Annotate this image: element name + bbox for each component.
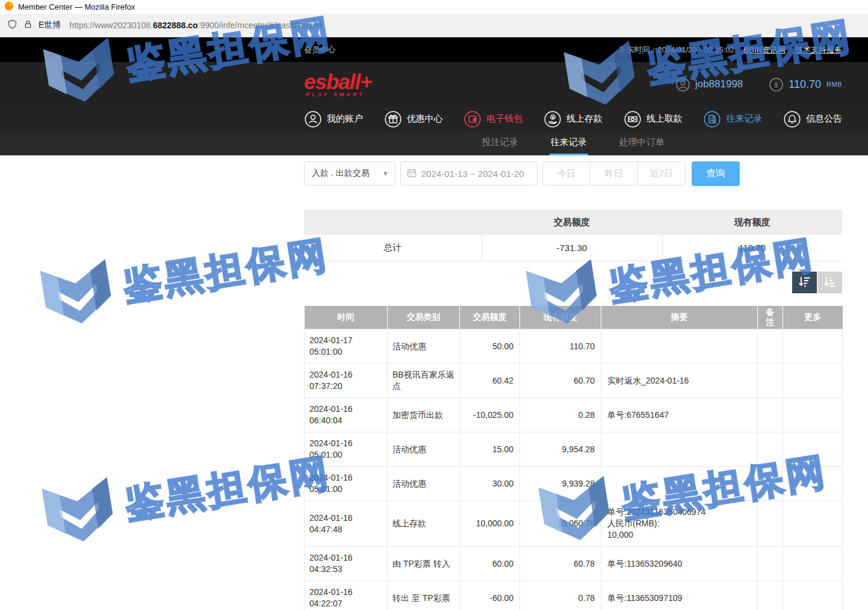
date-range-input[interactable]: 2024-01-13 ~ 2024-01-20 [400, 161, 538, 185]
cell-summary [601, 329, 758, 364]
deposit-icon [544, 110, 562, 128]
gift-icon [384, 110, 402, 128]
cell-type: 活动优惠 [388, 329, 460, 364]
nav-item-promo-center[interactable]: 优惠中心 [384, 110, 443, 128]
query-button[interactable]: 查询 [692, 161, 740, 186]
cell-amount: 15.00 [460, 432, 520, 467]
nav-item-deposit[interactable]: 线上存款 [544, 110, 603, 128]
cell-note [758, 364, 783, 398]
sort-descending-icon [798, 275, 811, 290]
cell-balance: 10,060.78 [520, 501, 601, 547]
cell-more [783, 329, 843, 364]
user-icon [304, 110, 322, 128]
records-table-body: 2024-01-17 05:01:00活动优惠50.00110.702024-0… [305, 329, 843, 610]
date-range-value: 2024-01-13 ~ 2024-01-20 [421, 169, 524, 179]
cell-summary: 单号:676551647 [601, 398, 758, 432]
calendar-icon [407, 168, 417, 179]
url-text[interactable]: https://www20230108.6822888.co:9900/infe… [69, 20, 322, 30]
sort-ascending-button[interactable] [817, 272, 842, 293]
nav-item-my-account[interactable]: 我的账户 [304, 110, 363, 128]
quick-date-group: 今日昨日近7日 [542, 161, 686, 185]
table-row: 2024-01-16 04:47:48线上存款10,000.0010,060.7… [305, 501, 843, 547]
cell-type: 由 TP彩票 转入 [388, 547, 460, 581]
table-row: 2024-01-17 05:01:00活动优惠50.00110.70 [305, 329, 843, 364]
tab-pending-order[interactable]: 处理中订单 [618, 131, 666, 155]
cell-note [758, 467, 783, 501]
sort-descending-button[interactable] [792, 272, 817, 293]
bbin-news-link[interactable]: BBIN资讯网 [744, 45, 786, 55]
cell-amount: -60.00 [460, 581, 520, 610]
browser-urlbar[interactable]: E世博 https://www20230108.6822888.co:9900/… [0, 14, 868, 37]
cell-time: 2024-01-16 05:01:00 [305, 432, 388, 467]
table-row: 2024-01-16 06:40:04加密货币出款-10,025.000.28单… [305, 398, 843, 432]
cell-time: 2024-01-16 06:40:04 [305, 398, 388, 432]
cell-type: 活动优惠 [388, 467, 460, 501]
member-center-label: 会员中心 [304, 45, 335, 55]
nav-item-label: 线上取款 [646, 113, 683, 125]
site-identity-label[interactable]: E世博 [39, 20, 61, 31]
watermark-logo-icon [36, 470, 123, 554]
cell-more [783, 467, 843, 501]
cell-more [783, 398, 843, 432]
cell-summary: 单号:113653097109 [601, 581, 758, 610]
nav-item-e-wallet[interactable]: 电子钱包 [463, 110, 522, 128]
esball-logo[interactable]: esball+ PLAY SMART [304, 72, 372, 98]
cell-summary: 单号:113653209640 [601, 547, 758, 581]
table-row: 2024-01-16 05:01:00活动优惠30.009,939.28 [305, 467, 843, 501]
url-domain: 6822888.co [153, 20, 198, 30]
main-nav: 我的账户优惠中心电子钱包线上存款线上取款往来记录信息公告 [304, 107, 842, 131]
sub-nav: 投注记录往来记录处理中订单 [304, 131, 842, 155]
nav-item-withdraw[interactable]: 线上取款 [624, 110, 683, 128]
lock-icon[interactable] [23, 20, 33, 31]
cell-amount: 60.00 [460, 547, 520, 581]
records-table: 时间交易类别交易额度现有额度摘要备注更多 2024-01-17 05:01:00… [304, 306, 843, 610]
watermark: 鉴黑担保网 [34, 219, 335, 336]
cell-balance: 0.78 [520, 581, 601, 610]
cell-amount: -10,025.00 [460, 398, 520, 432]
cell-more [783, 581, 843, 610]
tab-bet-record[interactable]: 投注记录 [481, 131, 519, 155]
wallet-icon [463, 110, 482, 128]
username-text: job881998 [695, 78, 743, 90]
sort-controls [304, 272, 842, 293]
records-icon [703, 110, 721, 128]
logo-text: esball+ [304, 72, 372, 92]
quick-last-7-days-button[interactable]: 近7日 [637, 162, 685, 185]
cell-type: 线上存款 [388, 501, 460, 547]
summary-header-blank [304, 210, 482, 235]
nav-item-label: 电子钱包 [486, 113, 522, 125]
bell-icon [783, 110, 801, 128]
summary-total-row: 总计 -731.30 110.70 [304, 235, 842, 261]
quick-today-button[interactable]: 今日 [543, 162, 590, 185]
cell-note [758, 329, 783, 364]
table-row: 2024-01-16 05:01:00活动优惠15.009,954.28 [305, 432, 843, 467]
logo-tagline: PLAY SMART [306, 92, 372, 98]
cell-type: 转出 至 TP彩票 [388, 581, 460, 610]
column-header-note: 备注 [758, 306, 783, 329]
nav-item-label: 线上存款 [566, 113, 603, 125]
summary-header-balance: 现有额度 [662, 210, 842, 235]
cell-summary: 单号:20240116350406974 人民币(RMB): 10,000 [601, 501, 758, 547]
cell-balance: 60.70 [520, 364, 601, 398]
records-table-header: 时间交易类别交易额度现有额度摘要备注更多 [305, 306, 843, 329]
cell-more [783, 547, 843, 581]
cell-time: 2024-01-17 05:01:00 [305, 329, 388, 364]
account-username[interactable]: job881998 [676, 78, 743, 92]
nav-item-records[interactable]: 往来记录 [703, 110, 762, 128]
tech-support-link[interactable]: 技术支持服务 [795, 45, 842, 55]
transaction-type-select[interactable]: 入款 . 出款交易 ▼ [304, 161, 395, 185]
column-header-amount: 交易额度 [460, 306, 520, 329]
cell-time: 2024-01-16 04:47:48 [305, 501, 388, 547]
quick-yesterday-button[interactable]: 昨日 [590, 162, 637, 185]
balance-amount: 110.70 [789, 78, 821, 91]
nav-item-notice[interactable]: 信息公告 [783, 110, 842, 128]
shield-icon[interactable] [7, 19, 17, 32]
watermark: 鉴黑担保网 [36, 437, 336, 554]
account-balance[interactable]: $ 110.70 RMB [769, 78, 842, 92]
nav-item-label: 信息公告 [806, 113, 842, 125]
summary-table: 交易额度 现有额度 总计 -731.30 110.70 [304, 210, 842, 261]
cell-summary [601, 467, 758, 501]
cell-time: 2024-01-16 07:37:20 [305, 364, 388, 398]
tab-cash-record[interactable]: 往来记录 [550, 131, 588, 155]
cell-note [758, 501, 783, 547]
